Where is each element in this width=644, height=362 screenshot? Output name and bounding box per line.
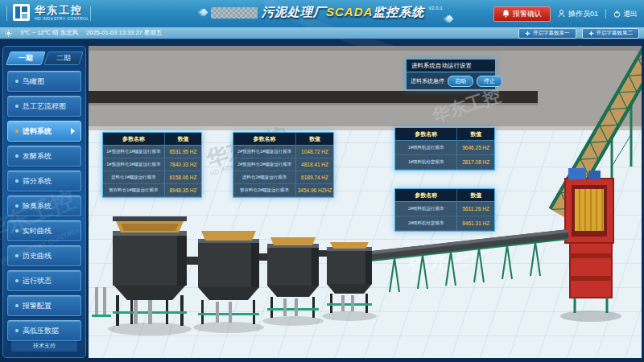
title-scada: SCADA: [326, 5, 373, 19]
bullet-icon: [15, 80, 19, 83]
bullet-icon: [15, 154, 19, 158]
param-name: 暂存料仓2#螺旋运行频率: [233, 184, 296, 197]
sidebar-item-label: 报警配置: [23, 301, 52, 311]
tab-phase-1[interactable]: 一期: [6, 51, 45, 65]
bin-material: [330, 242, 369, 249]
param-value: 2817.08 HZ: [457, 155, 494, 170]
tab-phase-2-label: 二期: [56, 53, 70, 64]
tech-support-link[interactable]: 技术支持: [11, 340, 77, 352]
param-value: 7840.33 HZ: [165, 158, 201, 171]
bullet-icon: [15, 179, 19, 183]
sidebar-item-label: 进料系统: [23, 126, 52, 137]
column-header-value: 数值: [296, 133, 333, 146]
param-value: 6189.74 HZ: [296, 171, 333, 184]
column-header-value: 数值: [165, 133, 201, 146]
param-name: 2#预混料仓2#螺旋运行频率: [233, 158, 296, 171]
param-value: 9646.25 HZ: [457, 141, 494, 155]
sparkle-icon: [588, 31, 594, 36]
datetime-text: 2025-01-03 13:33:27 星期五: [86, 29, 162, 37]
bullet-icon: [15, 304, 19, 307]
sidebar-item-label: 历史曲线: [23, 251, 52, 261]
subtitle-effect-1-button[interactable]: 开启字幕效果一: [518, 28, 576, 39]
logo: 华东工控 HD INDUSTRY CONTROL: [13, 4, 89, 21]
logout-button[interactable]: 退出: [613, 9, 638, 19]
expand-arrow-icon: [71, 128, 75, 134]
bullet-icon: [15, 204, 19, 208]
feeder-1-params-panel: 参数名称 数值 1#喂料机运行频率 9646.25 HZ 1#喂料机给定频率 2…: [394, 127, 495, 171]
logo-subtitle: HD INDUSTRY CONTROL: [35, 17, 89, 21]
param-name: 2#预混料仓1#螺旋运行频率: [233, 146, 296, 158]
tab-phase-1-label: 一期: [19, 53, 33, 64]
user-icon: [558, 10, 565, 18]
sidebar-item-realtime-curve[interactable]: 实时曲线: [7, 220, 81, 241]
bullet-icon: [15, 279, 19, 282]
param-value: 6531.95 HZ: [165, 146, 201, 158]
sidebar-item-label: 除臭系统: [23, 201, 52, 212]
sidebar-item-running-status[interactable]: 运行状态: [7, 270, 81, 291]
version-label: V2.0.1: [428, 6, 442, 10]
param-value: 5611.26 HZ: [457, 202, 494, 216]
sidebar-item-hv-lv-data[interactable]: 高低压数据: [7, 320, 81, 341]
sidebar-item-history-curve[interactable]: 历史曲线: [7, 245, 81, 266]
sidebar-item-fermentation-system[interactable]: 发酵系统: [7, 146, 81, 167]
divider: [6, 6, 7, 21]
subtitle-effect-2-label: 开启字幕效果二: [597, 30, 634, 37]
sidebar-item-process-flow[interactable]: 总工艺流程图: [7, 96, 81, 117]
bin-material: [201, 231, 256, 241]
column-header-param: 参数名称: [103, 133, 165, 146]
sidebar-item-label: 实时曲线: [23, 226, 52, 237]
power-icon: [613, 10, 621, 18]
stop-label: 停止: [484, 77, 495, 85]
sidebar-item-label: 鸟瞰图: [23, 76, 44, 87]
popup-title: 进料系统自动运行设置: [407, 60, 495, 72]
param-value: 8461.31 HZ: [457, 216, 494, 231]
bell-icon: [502, 10, 510, 18]
operator-info[interactable]: 操作员01: [558, 9, 598, 19]
param-name: 1#喂料机运行频率: [395, 141, 457, 155]
param-name: 1#预混料仓1#螺旋运行频率: [103, 146, 165, 158]
app-header: 华东工控 HD INDUSTRY CONTROL 污泥处理厂SCADA监控系统 …: [0, 0, 644, 27]
alarm-confirm-button[interactable]: 报警确认: [493, 6, 551, 22]
bin-material: [270, 237, 316, 245]
divider: [90, 6, 91, 21]
start-label: 启动: [455, 77, 466, 85]
start-button[interactable]: 启动: [448, 76, 473, 87]
sidebar-nav: 一期 二期 鸟瞰图 总工艺流程图 进料系统 发酵系统 筛分系统 除臭系统 实时曲…: [2, 46, 86, 358]
weather-text: 3℃ ~ 12℃ 晴 东北风: [20, 29, 78, 37]
param-value: 8948.35 HZ: [165, 184, 201, 197]
plant-3d-scene: 华东工控 HD INDUSTRY CONTROL 华东工控 HD INDUSTR…: [89, 46, 642, 358]
logo-title: 华东工控: [35, 5, 89, 15]
stop-button[interactable]: 停止: [477, 76, 502, 87]
subtitle-effect-2-button[interactable]: 开启字幕效果二: [582, 28, 640, 39]
bullet-icon: [15, 254, 19, 257]
param-name: 进料仓1#螺旋运行频率: [103, 171, 165, 184]
road: [89, 46, 642, 130]
phase-tabs: 一期 二期: [8, 51, 80, 65]
sidebar-item-alarm-config[interactable]: 报警配置: [7, 295, 81, 316]
bullet-icon: [15, 229, 19, 232]
sidebar-item-label: 发酵系统: [23, 151, 52, 162]
sidebar-item-screening-system[interactable]: 筛分系统: [7, 171, 81, 191]
param-name: 1#喂料机给定频率: [395, 155, 457, 170]
sidebar-item-birdview[interactable]: 鸟瞰图: [7, 71, 81, 92]
sidebar-item-feed-system[interactable]: 进料系统: [7, 121, 81, 142]
title-suffix: 监控系统: [373, 5, 424, 19]
column-header-value: 数值: [457, 128, 494, 141]
diamond-icon: [200, 9, 208, 17]
subtitle-effect-1-label: 开启字幕效果一: [533, 30, 570, 37]
silo-2-params-panel: 参数名称 数值 2#预混料仓1#螺旋运行频率 1048.72 HZ 2#预混料仓…: [233, 132, 334, 198]
sidebar-item-deodorization-system[interactable]: 除臭系统: [7, 195, 81, 216]
logo-icon: [13, 4, 30, 21]
column-header-param: 参数名称: [395, 189, 457, 202]
param-value: 6158.06 HZ: [165, 171, 201, 184]
weather-icon: [5, 30, 12, 37]
tab-phase-2[interactable]: 二期: [43, 51, 83, 65]
title-prefix: 污泥处理厂: [262, 5, 326, 19]
bullet-icon: [15, 130, 19, 133]
param-name: 2#喂料机运行频率: [395, 202, 457, 216]
status-bar: 3℃ ~ 12℃ 晴 东北风 2025-01-03 13:33:27 星期五 开…: [0, 27, 644, 39]
page-title: 污泥处理厂SCADA监控系统 V2.0.1: [201, 5, 452, 22]
param-value: 1048.72 HZ: [296, 146, 333, 158]
param-value: 3454.96 HZHZ: [296, 184, 333, 197]
param-name: 进料仓2#螺旋运行频率: [233, 171, 296, 184]
